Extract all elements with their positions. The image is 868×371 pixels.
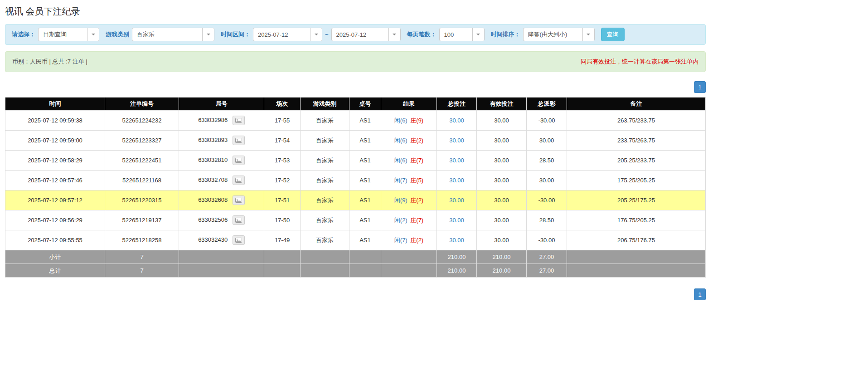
- cell-game-type: 百家乐: [301, 151, 349, 171]
- cell-total-bet: 30.00: [437, 151, 477, 171]
- date-to-select[interactable]: 2025-07-12: [331, 28, 401, 41]
- total-bet-link[interactable]: 30.00: [449, 197, 464, 204]
- cell-result: 闲(6) 庄(7): [381, 151, 437, 171]
- query-type-label: 请选择：: [12, 30, 35, 39]
- subtotal-count: 7: [105, 250, 179, 264]
- table-row: 2025-07-12 09:58:29 522651222451 6330328…: [5, 151, 706, 171]
- view-result-image-button[interactable]: [233, 156, 245, 165]
- total-count: 7: [105, 264, 179, 278]
- result-player: 闲(2): [394, 217, 407, 224]
- game-type-select[interactable]: 百家乐: [132, 28, 214, 41]
- page-size-select[interactable]: 100: [439, 28, 485, 41]
- table-row: 2025-07-12 09:59:00 522651223327 6330328…: [5, 131, 706, 151]
- cell-round-id: 633032708: [179, 171, 264, 190]
- col-header-result: 结果: [381, 98, 437, 111]
- picture-icon: [235, 158, 242, 163]
- view-result-image-button[interactable]: [233, 136, 245, 145]
- cell-valid-bet: 30.00: [477, 190, 527, 210]
- result-player: 闲(6): [394, 137, 407, 144]
- cell-bet-id: 522651223327: [105, 131, 179, 151]
- chevron-down-icon[interactable]: [310, 28, 322, 41]
- time-sort-select[interactable]: 降冪(由大到小): [523, 28, 595, 41]
- cell-time: 2025-07-12 09:59:38: [5, 111, 105, 131]
- col-header-valid-bet: 有效投注: [477, 98, 527, 111]
- cell-remark: 233.75/263.75: [567, 131, 706, 151]
- cell-remark: 176.75/205.25: [567, 210, 706, 230]
- round-id-text: 633032708: [198, 176, 228, 183]
- currency-total-text: 币别：人民币 | 总共 :7 注单 |: [12, 58, 87, 66]
- col-header-payout: 总派彩: [527, 98, 567, 111]
- view-result-image-button[interactable]: [233, 176, 245, 185]
- subtotal-empty-cell: [349, 250, 381, 264]
- result-banker: 庄(5): [410, 177, 423, 184]
- chevron-down-icon[interactable]: [388, 28, 400, 41]
- chevron-down-icon[interactable]: [202, 28, 214, 41]
- view-result-image-button[interactable]: [233, 195, 245, 205]
- view-result-image-button[interactable]: [233, 116, 245, 125]
- cell-session: 17-49: [264, 230, 301, 250]
- game-type-label: 游戏类别: [106, 30, 129, 39]
- cell-game-type: 百家乐: [301, 111, 349, 131]
- total-empty-cell: [567, 264, 706, 278]
- total-bet-link[interactable]: 30.00: [449, 237, 464, 244]
- cell-bet-id: 522651224232: [105, 111, 179, 131]
- total-bet-link[interactable]: 30.00: [449, 157, 464, 164]
- picture-icon: [235, 138, 242, 143]
- chevron-down-icon[interactable]: [87, 28, 99, 41]
- cell-bet-id: 522651221168: [105, 171, 179, 190]
- page-size-value: 100: [440, 28, 472, 41]
- result-player: 闲(6): [394, 157, 407, 164]
- cell-session: 17-53: [264, 151, 301, 171]
- total-payout: 27.00: [527, 264, 567, 278]
- date-from-select[interactable]: 2025-07-12: [253, 28, 322, 41]
- search-button[interactable]: 查询: [601, 28, 625, 41]
- cell-valid-bet: 30.00: [477, 210, 527, 230]
- page-1-button[interactable]: 1: [694, 81, 706, 93]
- total-bet-link[interactable]: 30.00: [449, 217, 464, 224]
- result-banker: 庄(7): [410, 217, 423, 224]
- range-separator: ~: [325, 31, 329, 38]
- cell-bet-id: 522651220315: [105, 190, 179, 210]
- cell-payout: -30.00: [527, 190, 567, 210]
- page-1-button[interactable]: 1: [694, 288, 706, 300]
- date-to-value: 2025-07-12: [332, 28, 388, 41]
- cell-total-bet: 30.00: [437, 210, 477, 230]
- cell-time: 2025-07-12 09:57:12: [5, 190, 105, 210]
- total-bet-link[interactable]: 30.00: [449, 137, 464, 144]
- total-bet-link[interactable]: 30.00: [449, 117, 464, 124]
- filter-bar: 请选择： 日期查询 游戏类别 百家乐 时间区间： 2025-07-12 ~ 20…: [5, 24, 706, 45]
- page-title: 视讯 会员下注纪录: [5, 5, 706, 18]
- view-result-image-button[interactable]: [233, 235, 245, 245]
- total-bet-link[interactable]: 30.00: [449, 177, 464, 184]
- chevron-down-icon[interactable]: [472, 28, 484, 41]
- col-header-round-id: 局号: [179, 98, 264, 111]
- round-id-text: 633032810: [198, 156, 228, 163]
- cell-game-type: 百家乐: [301, 171, 349, 190]
- subtotal-label: 小计: [5, 250, 105, 264]
- cell-time: 2025-07-12 09:55:55: [5, 230, 105, 250]
- total-total-bet: 210.00: [437, 264, 477, 278]
- total-label: 总计: [5, 264, 105, 278]
- chevron-down-icon[interactable]: [582, 28, 594, 41]
- cell-round-id: 633032893: [179, 131, 264, 151]
- query-type-select[interactable]: 日期查询: [38, 28, 99, 41]
- cell-table-no: AS1: [349, 210, 381, 230]
- cell-game-type: 百家乐: [301, 131, 349, 151]
- cell-payout: 28.50: [527, 151, 567, 171]
- round-id-text: 633032430: [198, 236, 228, 243]
- cell-session: 17-52: [264, 171, 301, 190]
- subtotal-total-bet: 210.00: [437, 250, 477, 264]
- cell-bet-id: 522651219137: [105, 210, 179, 230]
- total-row: 总计 7 210.00 210.00 27.00: [5, 264, 706, 278]
- pagination-bottom: 1: [5, 288, 706, 300]
- cell-game-type: 百家乐: [301, 210, 349, 230]
- valid-bet-notice: 同局有效投注，统一计算在该局第一张注单内: [581, 58, 698, 66]
- picture-icon: [235, 198, 242, 203]
- total-empty-cell: [301, 264, 349, 278]
- col-header-time: 时间: [5, 98, 105, 111]
- view-result-image-button[interactable]: [233, 215, 245, 225]
- cell-valid-bet: 30.00: [477, 131, 527, 151]
- result-player: 闲(7): [394, 177, 407, 184]
- cell-payout: 30.00: [527, 131, 567, 151]
- cell-bet-id: 522651218258: [105, 230, 179, 250]
